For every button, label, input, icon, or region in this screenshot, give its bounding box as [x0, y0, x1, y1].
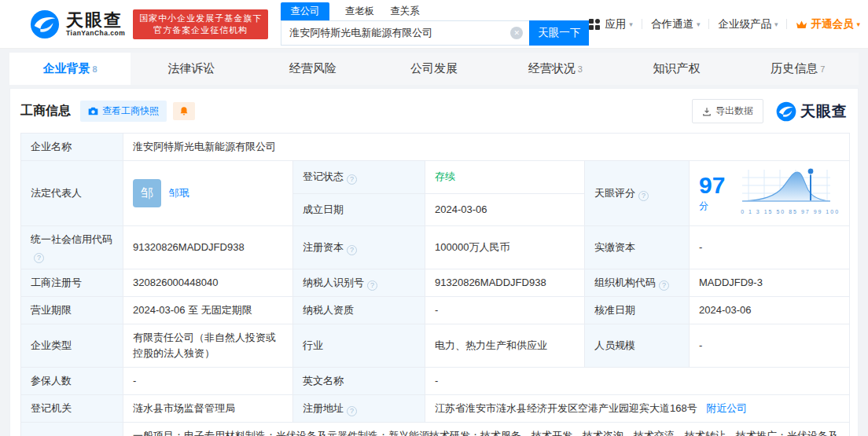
help-icon[interactable]: ?: [347, 245, 357, 255]
reg-status-value: 存续: [425, 161, 585, 194]
chevron-down-icon: ▾: [774, 20, 778, 28]
avatar[interactable]: 邹: [133, 179, 161, 207]
tab-count: 3: [578, 64, 583, 74]
field-label: 注册资本?: [293, 226, 425, 269]
tab-business-status[interactable]: 经营状况3: [495, 53, 616, 85]
brand-name: 天眼查: [66, 12, 125, 29]
insured-count-value: -: [123, 368, 293, 395]
tianyancha-logo-icon: [776, 101, 796, 122]
table-row: 参保人数 - 英文名称 -: [21, 368, 850, 395]
tab-company-background[interactable]: 企业背景8: [9, 53, 131, 85]
legal-rep-link[interactable]: 邹珉: [169, 185, 189, 201]
field-label: 统一社会信用代码?: [21, 226, 123, 269]
company-name-value: 淮安阿特斯光电新能源有限公司: [123, 134, 850, 161]
legal-rep-cell: 邹 邹珉: [123, 161, 293, 226]
tyc-score-cell[interactable]: 97分: [690, 161, 850, 226]
taxpayer-quality-value: -: [425, 297, 585, 324]
tab-company-development[interactable]: 公司发展: [373, 53, 495, 85]
help-icon[interactable]: ?: [34, 253, 44, 263]
field-label: 成立日期: [293, 193, 425, 226]
company-type-value: 有限责任公司（非自然人投资或控股的法人独资）: [123, 324, 293, 368]
field-label: 天眼评分?: [585, 161, 690, 226]
field-label: 工商注册号: [21, 269, 123, 297]
search-tabs: 查公司 查老板 查关系: [281, 3, 589, 20]
business-info-card: 工商信息 查看工商快照 导出数据: [9, 88, 859, 436]
apps-grid-icon: [589, 19, 600, 30]
field-label-text: 统一社会信用代码: [31, 233, 112, 245]
header-nav: 应用 ▾ 合作通道 ▾ 企业级产品 ▾ 开通会员 ▾: [589, 17, 868, 31]
business-info-table: 企业名称 淮安阿特斯光电新能源有限公司 法定代表人 邹 邹珉 登记状态? 存续: [20, 133, 850, 436]
help-icon[interactable]: ?: [659, 280, 669, 291]
field-label: 纳税人识别号?: [293, 269, 425, 297]
search-button[interactable]: 天眼一下: [529, 20, 589, 46]
table-row: 企业名称 淮安阿特斯光电新能源有限公司: [21, 134, 850, 161]
tab-intellectual-property[interactable]: 知识产权: [616, 53, 737, 85]
camera-icon: [88, 107, 98, 115]
tab-label: 经营状况: [528, 61, 576, 76]
nav-enterprise-products[interactable]: 企业级产品 ▾: [718, 17, 778, 31]
business-term-value: 2024-03-06 至 无固定期限: [123, 297, 293, 324]
brand-domain: TianYanCha.com: [66, 29, 125, 37]
table-row: 统一社会信用代码? 91320826MADDJFD938 注册资本? 10000…: [21, 226, 850, 269]
tab-label: 知识产权: [653, 61, 701, 76]
download-icon: [702, 107, 712, 116]
help-icon[interactable]: ?: [347, 406, 357, 416]
search-tab-relation[interactable]: 查关系: [390, 2, 420, 20]
credit-code-value: 91320826MADDJFD938: [123, 226, 293, 269]
search-area: 查公司 查老板 查关系 ✕ 天眼一下: [281, 3, 589, 46]
nav-partner-label: 合作通道: [651, 17, 693, 31]
monitor-bell-button[interactable]: [173, 102, 195, 120]
search-input[interactable]: [281, 20, 529, 46]
top-header: 天眼查 TianYanCha.com 国家中小企业发展子基金旗下 官方备案企业征…: [0, 0, 868, 49]
help-icon[interactable]: ?: [347, 174, 357, 185]
taxpayer-id-value: 91320826MADDJFD938: [425, 269, 585, 297]
help-icon[interactable]: ?: [367, 280, 377, 291]
table-row: 登记机关 涟水县市场监督管理局 注册地址? 江苏省淮安市涟水县经济开发区空港产业…: [21, 395, 850, 423]
tianyancha-logo[interactable]: 天眼查 TianYanCha.com: [30, 9, 125, 39]
snapshot-button-label: 查看工商快照: [102, 104, 159, 118]
chevron-down-icon: ▾: [856, 20, 860, 28]
field-label: 登记状态?: [293, 161, 425, 194]
tab-label: 公司发展: [410, 61, 458, 76]
help-icon[interactable]: ?: [638, 191, 649, 201]
tab-label: 法律诉讼: [167, 61, 215, 76]
nav-partner-channel[interactable]: 合作通道 ▾: [651, 17, 701, 31]
field-label: 组织机构代码?: [585, 269, 690, 297]
chevron-down-icon: ▾: [629, 20, 633, 28]
field-label: 企业名称: [21, 134, 123, 161]
reg-address-value: 江苏省淮安市涟水县经济开发区空港产业园迎宾大道168号: [435, 402, 697, 414]
tab-legal-proceedings[interactable]: 法律诉讼: [131, 53, 252, 85]
field-label: 登记机关: [21, 395, 123, 423]
tab-label: 企业背景: [43, 61, 90, 76]
field-label: 人员规模: [585, 324, 690, 368]
search-tab-boss[interactable]: 查老板: [345, 2, 375, 20]
field-label: 企业类型: [21, 324, 123, 368]
tab-operational-risk[interactable]: 经营风险: [252, 53, 373, 85]
score-value: 97: [699, 172, 725, 198]
score-axis-ticks: 0 1 3 15 50 85 97 99 100: [741, 204, 840, 220]
field-label: 英文名称: [293, 368, 425, 395]
badge-line1: 国家中小企业发展子基金旗下: [139, 13, 262, 24]
watermark-logo-text: 天眼查: [800, 101, 848, 122]
view-business-snapshot-button[interactable]: 查看工商快照: [80, 101, 167, 122]
clear-search-icon[interactable]: ✕: [510, 27, 523, 39]
paid-capital-value: -: [690, 226, 850, 269]
export-data-button[interactable]: 导出数据: [692, 99, 763, 123]
tab-history-info[interactable]: 历史信息7: [737, 53, 859, 85]
field-label: 纳税人资质: [293, 297, 425, 324]
field-label-text: 登记状态: [303, 170, 344, 182]
company-section-tabs: 企业背景8 法律诉讼 经营风险 公司发展 经营状况3 知识产权 历史信息7: [9, 53, 859, 85]
status-badge: 存续: [435, 170, 455, 182]
bell-icon: [179, 106, 189, 116]
nav-enterprise-label: 企业级产品: [718, 17, 771, 31]
nav-apps[interactable]: 应用 ▾: [589, 17, 633, 31]
search-tab-company[interactable]: 查公司: [281, 2, 329, 20]
tab-count: 8: [93, 64, 97, 74]
field-label: 核准日期: [585, 297, 690, 324]
nav-open-vip[interactable]: 开通会员 ▾: [796, 17, 860, 31]
reg-authority-value: 涟水县市场监督管理局: [123, 395, 293, 423]
english-name-value: -: [425, 368, 850, 395]
table-row: 法定代表人 邹 邹珉 登记状态? 存续 天眼评分?: [21, 161, 850, 194]
tab-label: 经营风险: [289, 61, 337, 76]
nearby-companies-link[interactable]: 附近公司: [706, 402, 747, 414]
